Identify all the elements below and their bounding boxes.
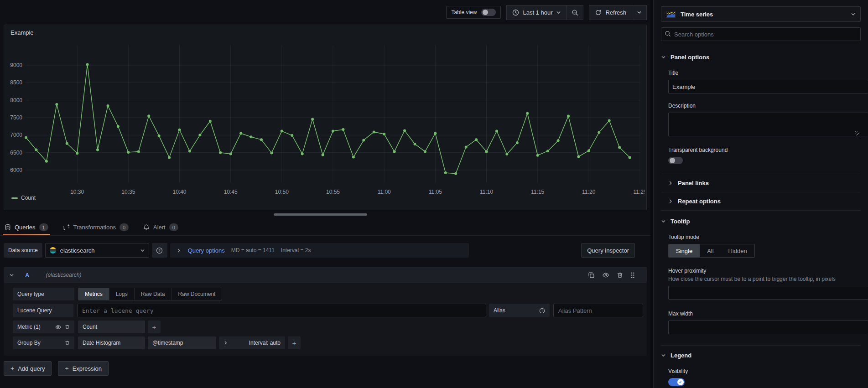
legend-series-swatch <box>11 197 18 199</box>
legend-visibility-switch[interactable]: ✓ <box>668 378 685 386</box>
visualization-picker[interactable]: Time series <box>661 6 861 22</box>
info-circle-icon <box>539 308 545 314</box>
tab-alert[interactable]: Alert 0 <box>142 219 179 235</box>
query-actions: + Add query + Expression <box>4 361 647 376</box>
toggle-knob <box>670 158 675 163</box>
horizontal-scrollbar[interactable] <box>274 213 367 216</box>
group-by-field-button[interactable]: @timestamp <box>148 336 216 349</box>
trash-icon[interactable] <box>65 324 70 330</box>
refresh-interval-dropdown[interactable] <box>632 5 647 20</box>
panel-options-title: Panel options <box>670 54 709 61</box>
group-by-type-button[interactable]: Date Histogram <box>78 336 145 349</box>
tooltip-mode-all[interactable]: All <box>700 244 721 257</box>
max-width-input[interactable] <box>668 321 868 334</box>
legend-section-body: Visibility ✓ Mode List Table <box>661 368 861 388</box>
datasource-picker[interactable]: elasticsearch <box>45 243 149 258</box>
bell-icon <box>143 224 150 231</box>
add-query-button[interactable]: + Add query <box>4 361 52 376</box>
options-search-input[interactable] <box>661 27 861 41</box>
svg-text:11:10: 11:10 <box>480 189 493 195</box>
hover-proximity-label: Hover proximity <box>668 268 861 274</box>
drag-handle-icon[interactable] <box>630 272 635 279</box>
eye-icon[interactable] <box>55 324 61 330</box>
panel-links-section[interactable]: Panel links <box>661 174 861 192</box>
expression-label: Expression <box>73 365 102 372</box>
legend-section-header[interactable]: Legend <box>661 352 861 359</box>
chevron-down-icon[interactable] <box>9 273 14 278</box>
tab-transformations[interactable]: Transformations 0 <box>62 219 130 235</box>
chevron-down-icon <box>661 219 666 224</box>
alias-pattern-input[interactable] <box>553 304 643 317</box>
repeat-options-section[interactable]: Repeat options <box>661 192 861 211</box>
chevron-down-icon <box>556 10 561 15</box>
chevron-down-icon <box>661 353 666 358</box>
legend-series-label[interactable]: Count <box>21 195 36 201</box>
chevron-down-icon <box>851 12 856 17</box>
query-header-row[interactable]: A (elasticsearch) <box>4 267 647 283</box>
lucene-query-input[interactable] <box>77 304 486 317</box>
panel-description-textarea[interactable] <box>668 113 868 136</box>
toggle-knob <box>483 10 488 15</box>
metric-label-box: Metric (1) <box>13 321 74 333</box>
chevron-down-icon <box>637 10 642 15</box>
refresh-button[interactable]: Refresh <box>589 5 632 20</box>
timeseries-panel[interactable]: Example 600065007000750080008500900010:3… <box>4 25 647 210</box>
max-width-label: Max width <box>668 310 861 317</box>
panel-options-header[interactable]: Panel options <box>661 54 861 61</box>
query-type-label: Query type <box>13 288 74 300</box>
zoom-out-time-button[interactable] <box>567 5 583 20</box>
tooltip-section-title: Tooltip <box>670 218 690 225</box>
title-field-label: Title <box>668 70 861 76</box>
svg-text:10:40: 10:40 <box>172 189 186 195</box>
tooltip-mode-single[interactable]: Single <box>669 244 700 257</box>
chevron-right-icon[interactable] <box>223 341 228 345</box>
add-metric-button[interactable]: + <box>148 321 161 333</box>
datasource-help-button[interactable]: ? <box>152 243 167 258</box>
query-inspector-button[interactable]: Query inspector <box>581 243 635 258</box>
tooltip-section-header[interactable]: Tooltip <box>661 218 861 225</box>
tab-queries-label: Queries <box>15 224 36 231</box>
group-by-row: Group By Date Histogram @timestamp <box>13 336 643 349</box>
panel-links-title: Panel links <box>678 180 709 186</box>
query-options-link[interactable]: Query options <box>188 247 225 254</box>
transparent-bg-switch[interactable] <box>668 157 683 164</box>
svg-text:10:55: 10:55 <box>326 189 340 195</box>
svg-text:10:35: 10:35 <box>121 189 135 195</box>
hover-proximity-input[interactable] <box>668 286 868 300</box>
panel-title-input[interactable] <box>668 80 868 93</box>
tooltip-mode-hidden[interactable]: Hidden <box>721 244 754 257</box>
datasource-row: Data source elasticsearch ? Query option… <box>4 243 647 258</box>
expression-button[interactable]: + Expression <box>58 361 109 376</box>
query-header-actions <box>588 272 635 279</box>
time-range-button[interactable]: Last 1 hour <box>506 5 567 20</box>
group-by-interval-button[interactable]: Interval: auto <box>219 336 285 349</box>
eye-icon[interactable] <box>602 272 609 279</box>
time-series-chart[interactable]: 600065007000750080008500900010:3010:3510… <box>6 41 645 197</box>
query-type-raw-document[interactable]: Raw Document <box>171 288 222 300</box>
svg-text:11:05: 11:05 <box>429 189 442 195</box>
chevron-right-icon <box>668 199 673 204</box>
interval-stat: Interval = 2s <box>281 247 311 253</box>
duplicate-icon[interactable] <box>588 272 595 279</box>
hover-proximity-desc: How close the cursor must be to a point … <box>668 276 861 282</box>
trash-icon[interactable] <box>617 272 623 279</box>
transparent-bg-label: Transparent background <box>668 147 861 153</box>
svg-text:?: ? <box>158 248 161 253</box>
panel-title[interactable]: Example <box>10 29 34 36</box>
legend-section-title: Legend <box>670 352 691 359</box>
trash-icon[interactable] <box>65 340 70 346</box>
query-type-logs[interactable]: Logs <box>109 288 134 300</box>
query-type-raw-data[interactable]: Raw Data <box>134 288 172 300</box>
svg-text:11:25: 11:25 <box>633 189 645 195</box>
plus-icon: + <box>65 365 68 372</box>
resize-handle-icon[interactable] <box>855 131 859 135</box>
chevron-right-icon[interactable] <box>177 248 182 253</box>
table-view-switch[interactable] <box>481 9 496 16</box>
alias-label-text: Alias <box>494 307 505 314</box>
tab-queries[interactable]: Queries 1 <box>4 219 49 235</box>
add-group-by-button[interactable]: + <box>288 336 301 349</box>
query-type-metrics[interactable]: Metrics <box>78 288 109 300</box>
metric-aggregation-button[interactable]: Count <box>78 321 145 333</box>
svg-text:11:20: 11:20 <box>582 189 595 195</box>
tab-transformations-count: 0 <box>120 223 129 231</box>
